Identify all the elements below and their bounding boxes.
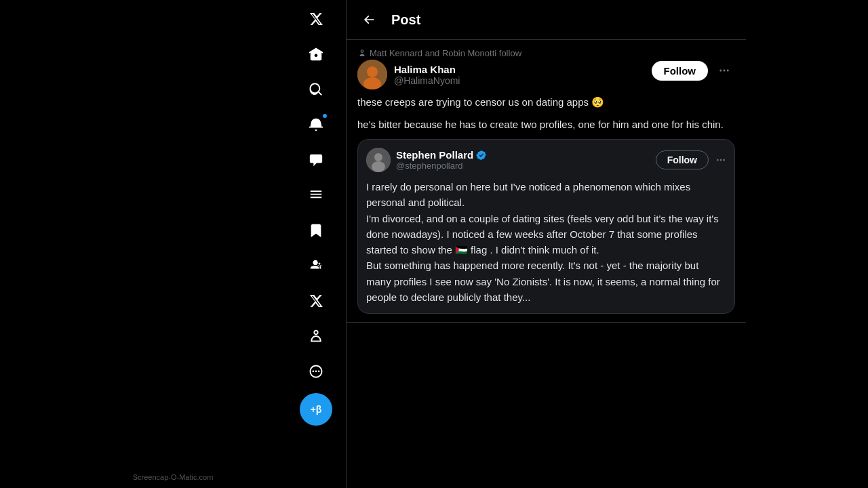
home-nav-item[interactable] — [300, 38, 332, 70]
quoted-author-name: Stephen Pollard — [396, 149, 473, 161]
follows-indicator: Matt Kennard and Robin Monotti follow — [357, 48, 735, 58]
svg-point-4 — [374, 153, 382, 161]
more-nav-item[interactable] — [300, 355, 332, 388]
author-info: Halima Khan @HalimaNyomi — [394, 64, 460, 86]
verified-badge — [476, 150, 487, 161]
svg-point-1 — [367, 66, 378, 77]
quoted-name-row: Stephen Pollard — [396, 149, 487, 161]
more-options-button[interactable] — [713, 60, 735, 81]
sidebar-nav: +β — [300, 3, 332, 426]
profile-nav-item[interactable] — [300, 320, 332, 352]
tweet-text-line2: he's bitter because he has to create two… — [357, 117, 735, 133]
tweet-author-row: Halima Khan @HalimaNyomi Follow — [357, 60, 735, 89]
post-header: Post — [347, 0, 746, 40]
beta-button[interactable]: +β — [300, 393, 332, 426]
x-small-nav-item[interactable] — [300, 285, 332, 317]
quoted-tweet: Stephen Pollard @stephenpollard — [357, 139, 735, 314]
lists-nav-item[interactable] — [300, 179, 332, 211]
quoted-follow-button[interactable]: Follow — [656, 150, 709, 169]
svg-point-5 — [372, 161, 385, 172]
follow-button[interactable]: Follow — [652, 61, 709, 81]
quoted-name-area: Stephen Pollard @stephenpollard — [396, 149, 487, 171]
tweet-author-left: Halima Khan @HalimaNyomi — [357, 60, 460, 89]
bookmarks-nav-item[interactable] — [300, 214, 332, 247]
quoted-tweet-inner: Stephen Pollard @stephenpollard — [358, 140, 734, 313]
author-name: Halima Khan — [394, 64, 460, 75]
tweet-text-line1: these creeps are trying to censor us on … — [357, 95, 735, 110]
author-handle: @HalimaNyomi — [394, 75, 460, 86]
quoted-author-left: Stephen Pollard @stephenpollard — [366, 148, 487, 172]
communities-nav-item[interactable] — [300, 249, 332, 282]
watermark: Screencap-O-Matic.com — [0, 473, 346, 481]
follows-text: Matt Kennard and Robin Monotti follow — [370, 48, 521, 58]
sidebar: +β Screencap-O-Matic.com — [0, 0, 346, 488]
quoted-author-avatar — [366, 148, 391, 172]
notifications-nav-item[interactable] — [300, 108, 332, 141]
messages-nav-item[interactable] — [300, 144, 332, 176]
notification-badge — [321, 113, 328, 119]
quoted-more-button[interactable] — [715, 155, 726, 165]
page-title: Post — [391, 12, 420, 28]
author-avatar — [357, 60, 387, 89]
quoted-author-handle: @stephenpollard — [396, 161, 487, 171]
beta-label: +β — [311, 404, 322, 415]
back-button[interactable] — [357, 8, 380, 31]
search-nav-item[interactable] — [300, 73, 332, 106]
x-logo-icon[interactable] — [300, 3, 332, 35]
main-content: Post Matt Kennard and Robin Monotti foll… — [346, 0, 746, 488]
tweet-container: Matt Kennard and Robin Monotti follow Ha… — [347, 40, 746, 323]
tweet-actions: Follow — [652, 60, 736, 81]
quoted-tweet-text: I rarely do personal on here but I've no… — [366, 179, 726, 305]
quoted-author-row: Stephen Pollard @stephenpollard — [366, 148, 726, 172]
